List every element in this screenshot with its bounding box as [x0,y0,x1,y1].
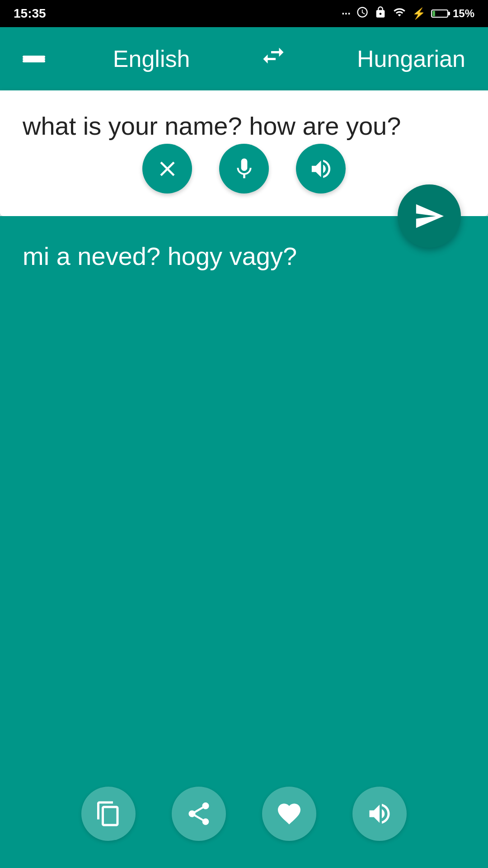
menu-line-2 [23,58,45,60]
clear-button[interactable] [142,144,192,193]
alarm-icon [356,6,369,21]
translate-button[interactable] [398,184,461,248]
signal-icon [392,6,407,21]
speak-source-button[interactable] [296,144,346,193]
translation-text: mi a neved? hogy vagy? [23,239,465,274]
status-time: 15:35 [14,6,46,21]
lock-icon [374,6,387,21]
menu-line-1 [23,56,45,58]
share-icon [185,800,212,827]
battery-percent: 15% [453,7,474,20]
translation-panel: mi a neved? hogy vagy? [0,216,488,868]
send-icon [413,200,445,232]
source-panel: what is your name? how are you? [0,90,488,216]
menu-line-3 [23,60,45,62]
speak-translation-button[interactable] [352,787,407,841]
close-icon [155,156,180,181]
microphone-button[interactable] [219,144,269,193]
charging-icon: ⚡ [412,7,426,20]
microphone-icon [232,156,257,181]
copy-button[interactable] [81,787,136,841]
nav-bar: English Hungarian [0,27,488,90]
target-language-button[interactable]: Hungarian [357,45,465,72]
svg-rect-2 [432,11,435,16]
source-actions [0,144,488,193]
heart-icon [276,800,303,827]
volume-translation-icon [366,800,393,827]
share-button[interactable] [172,787,226,841]
volume-icon [309,156,333,181]
translation-actions [0,787,488,841]
swap-languages-button[interactable] [258,42,289,75]
svg-rect-1 [448,12,450,15]
source-text[interactable]: what is your name? how are you? [23,108,465,144]
source-language-button[interactable]: English [113,45,190,72]
dots-icon: ··· [342,7,351,20]
battery-level: 15% [431,7,474,20]
copy-icon [95,800,122,827]
source-wrapper: what is your name? how are you? [0,90,488,216]
favorite-button[interactable] [262,787,316,841]
status-bar: 15:35 ··· ⚡ 15% [0,0,488,27]
menu-button[interactable] [23,56,45,62]
content-area: what is your name? how are you? [0,90,488,868]
status-bar-right: ··· ⚡ 15% [342,6,474,21]
